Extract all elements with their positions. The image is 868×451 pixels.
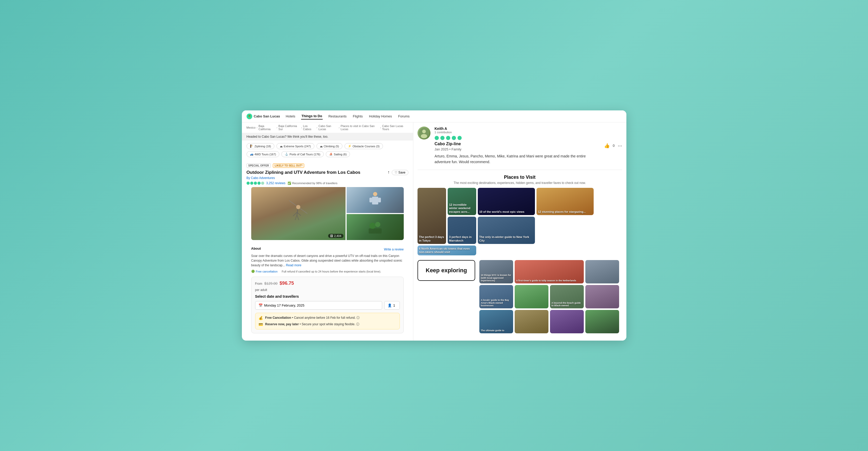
free-cancellation-link[interactable]: 🟢 Free cancellation [251, 270, 278, 273]
keep-exploring-title: Keep exploring [426, 267, 467, 274]
nav-hotels[interactable]: Hotels [285, 113, 296, 119]
nav-forums[interactable]: Forums [398, 113, 410, 119]
cancellation-note: Full refund if cancelled up to 24 hours … [282, 270, 381, 273]
traveller-picker[interactable]: 👤 1 [384, 301, 400, 310]
svg-point-12 [369, 223, 376, 229]
explore-card-nyc[interactable]: 10 things NYC is known for (with local-a… [479, 260, 513, 284]
explore-card-bayarea[interactable]: A locals' guide to the Bay Area's Black-… [479, 285, 513, 309]
chip-climbing[interactable]: ⛰ Climbing (5) [316, 143, 342, 149]
chip-4wd[interactable]: 🚙 4WD Tours (167) [247, 151, 280, 157]
share-icon[interactable]: ↑ [388, 170, 390, 175]
explore-card-generic3[interactable] [585, 285, 619, 309]
review-more-button[interactable]: ··· [618, 142, 622, 149]
review-meta: Jan 2025 • Family [435, 147, 600, 151]
photo-bottom-right[interactable] [347, 214, 404, 240]
info-links: 🟢 Free cancellation Full refund if cance… [251, 270, 404, 273]
price-per: per adult [255, 288, 400, 292]
explore-tulip-label: A first-timer's guide to tulip season in… [516, 279, 576, 282]
photo-main[interactable]: 🖼 2,404 [251, 187, 345, 240]
about-section: About Write a review Soar over the drama… [247, 243, 408, 273]
svg-point-7 [373, 192, 377, 196]
keep-exploring-box: Keep exploring [417, 260, 475, 281]
save-button[interactable]: ♡ Save [392, 170, 408, 175]
place-winter-escapes[interactable]: 12 incredible winter weekend escapes acr… [447, 188, 476, 215]
perks-box: 💰 Free Cancellation • Cancel anytime bef… [255, 313, 400, 329]
price-current: $96.75 [280, 281, 294, 286]
date-picker[interactable]: 📅 Monday 17 February, 2025 [255, 301, 382, 310]
svg-line-3 [293, 212, 297, 216]
svg-point-15 [422, 130, 426, 133]
explore-card-generic2[interactable] [515, 285, 549, 309]
breadcrumb-mexico[interactable]: Mexico [247, 126, 256, 129]
review-text: Arturo, Emma, Jesus, Pancho, Memo, Mike,… [435, 153, 600, 165]
price-from-label: From [255, 282, 262, 286]
review-count[interactable]: 3,252 reviews [266, 181, 285, 185]
explore-card-tulip[interactable]: A first-timer's guide to tulip season in… [515, 260, 584, 284]
place-tokyo[interactable]: The perfect 3 days in Tokyo [417, 188, 446, 244]
place-stargazing[interactable]: 10 of the world's most epic views [478, 188, 535, 215]
date-traveller-row: 📅 Monday 17 February, 2025 👤 1 [255, 301, 400, 310]
reviewer-name: Keith A [435, 127, 600, 131]
photo-top-right[interactable] [347, 187, 404, 213]
place-epic-views[interactable]: 3 perfect days in Marrakech [447, 217, 476, 244]
svg-point-1 [296, 205, 300, 209]
breadcrumb: Mexico › Baja California › Baja Californ… [242, 122, 413, 133]
photo-count[interactable]: 🖼 2,404 [328, 234, 343, 238]
review-actions: 👍 0 ··· [604, 127, 622, 165]
nav-flights[interactable]: Flights [352, 113, 363, 119]
perk1-title: Free Cancellation [265, 316, 291, 320]
svg-point-13 [375, 222, 380, 227]
svg-line-5 [295, 215, 297, 220]
explore-card-generic6[interactable] [585, 310, 619, 333]
breadcrumb-los-cabos[interactable]: Los Cabos [303, 124, 315, 131]
chip-ports[interactable]: ⚓ Ports of Call Tours (176) [281, 151, 323, 157]
perk-reserve-now: 💳 Reserve now, pay later • Secure your s… [258, 322, 397, 327]
breadcrumb-tours[interactable]: Cabo San Lucas Tours [382, 124, 408, 131]
place-marrakech[interactable]: 12 stunning places for stargazing... [536, 188, 594, 215]
breadcrumb-places[interactable]: Places to visit in Cabo San Lucas [341, 124, 379, 131]
svg-line-6 [297, 215, 299, 220]
select-date-title: Select date and travellers [255, 294, 400, 298]
place-marrakech-label: 12 stunning places for stargazing... [538, 210, 586, 214]
place-ski-towns[interactable]: 6 North American ski towns that even non… [417, 246, 476, 255]
explore-nyc-label: 10 things NYC is known for (with local-a… [480, 274, 512, 282]
places-grid: The perfect 3 days in Tokyo 12 incredibl… [417, 188, 622, 255]
write-review-link[interactable]: Write a review [384, 248, 404, 251]
breadcrumb-cabo[interactable]: Cabo San Lucas [318, 124, 338, 131]
nav-things-to-do[interactable]: Things to Do [301, 113, 323, 120]
chip-sailing[interactable]: ⛵ Sailing (6) [326, 151, 350, 157]
like-count: 0 [613, 144, 615, 148]
explore-card-generic4[interactable] [515, 310, 549, 333]
site-logo[interactable]: 🌴 Cabo San Lucas [247, 114, 280, 119]
nav-holiday-homes[interactable]: Holiday Homes [368, 113, 392, 119]
explore-card-beach[interactable]: A beyond-the-beach guide to Black-owned [550, 285, 584, 309]
activity-provider[interactable]: By Cabo Adventures [247, 176, 408, 180]
explore-card-generic5[interactable] [550, 310, 584, 333]
perk1-info-icon[interactable]: ⓘ [356, 316, 360, 320]
photo-grid: 🖼 2,404 [251, 187, 404, 243]
keep-exploring-section: Keep exploring 10 things NYC is known fo… [417, 260, 622, 333]
read-more-link[interactable]: Read more [286, 263, 301, 267]
perk2-info-icon[interactable]: ⓘ [356, 322, 359, 326]
places-title: Places to Visit [417, 174, 622, 180]
nav-restaurants[interactable]: Restaurants [328, 113, 347, 119]
chip-ziplining[interactable]: 🧗 Ziplining (18) [247, 143, 275, 149]
explore-card-ultimate[interactable]: The ultimate guide to [479, 310, 513, 333]
chip-obstacle[interactable]: ⚡ Obstacle Courses (3) [344, 143, 383, 149]
right-panel: Keith A 1 contribution Cabo Zip-line Jan… [413, 122, 626, 341]
like-button[interactable]: 👍 [604, 143, 610, 149]
navigation: 🌴 Cabo San Lucas Hotels Things to Do Res… [242, 110, 626, 122]
explore-card-generic1[interactable] [585, 260, 619, 284]
places-section: Places to Visit The most exciting destin… [417, 174, 622, 255]
recommended-pct: ✅ Recommended by 98% of travellers [288, 182, 338, 185]
breadcrumb-baja-california[interactable]: Baja California [258, 124, 275, 131]
badge-likely-sell-out: LIKELY TO SELL OUT* [273, 163, 304, 168]
place-stargazing-label: 10 of the world's most epic views [479, 210, 525, 214]
about-title: About [251, 247, 261, 251]
breadcrumb-baja-sur[interactable]: Baja California Sur [279, 124, 300, 131]
place-nyc-winter[interactable]: The only in-winter guide to New York Cit… [478, 217, 535, 244]
review-rating-dots [435, 136, 600, 140]
chip-extreme[interactable]: ⛰ Extreme Sports (247) [276, 143, 314, 149]
review-section: Keith A 1 contribution Cabo Zip-line Jan… [417, 127, 622, 170]
activity-card: SPECIAL OFFER LIKELY TO SELL OUT* Outdoo… [242, 160, 413, 341]
